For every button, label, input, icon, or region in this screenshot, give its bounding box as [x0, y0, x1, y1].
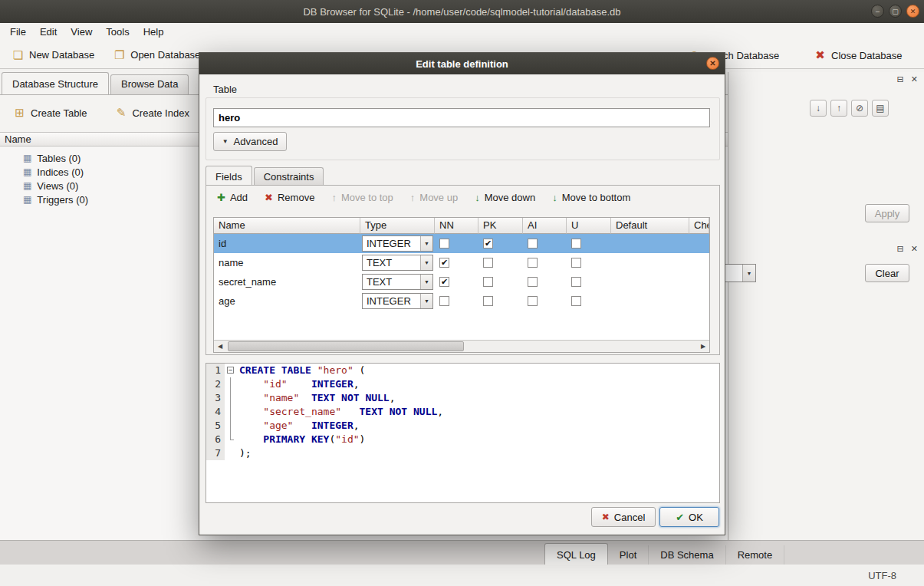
chevron-down-icon: ▼	[420, 275, 432, 289]
nn-checkbox[interactable]: ✔	[439, 277, 449, 287]
export-icon[interactable]: ↑	[830, 100, 847, 117]
scrollbar-thumb[interactable]	[228, 341, 464, 351]
default-cell	[611, 272, 689, 291]
nn-cell	[435, 234, 478, 253]
column-header-pk[interactable]: PK	[478, 218, 523, 234]
dialog-tab-constraints[interactable]: Constraints	[254, 167, 324, 185]
u-checkbox[interactable]	[571, 277, 581, 287]
cancel-button[interactable]: ✖ Cancel	[591, 507, 656, 527]
tab-database-structure[interactable]: Database Structure	[2, 72, 109, 94]
create-index-button[interactable]: ✎Create Index	[107, 102, 196, 123]
dialog-close-icon[interactable]: ✕	[706, 57, 719, 70]
clear-button[interactable]: Clear	[865, 264, 909, 282]
field-name-cell: name	[214, 253, 360, 272]
sql-line: 6 PRIMARY KEY("id")	[206, 433, 719, 446]
scroll-right-icon[interactable]: ▶	[697, 341, 709, 352]
import-icon[interactable]: ↓	[810, 100, 827, 117]
field-row-age[interactable]: ageINTEGER▼	[214, 291, 709, 311]
column-header-u[interactable]: U	[567, 218, 611, 234]
pk-checkbox[interactable]	[483, 258, 493, 268]
u-checkbox[interactable]	[571, 296, 581, 306]
pk-checkbox[interactable]	[483, 277, 493, 287]
apply-button[interactable]: Apply	[865, 204, 909, 222]
type-combobox[interactable]: TEXT▼	[362, 255, 433, 271]
menu-file[interactable]: File	[3, 23, 33, 41]
dock-float-icon[interactable]: ⊟	[897, 244, 904, 254]
ok-button[interactable]: ✔ OK	[659, 507, 719, 527]
nn-cell: ✔	[435, 272, 478, 291]
menu-help[interactable]: Help	[136, 23, 171, 41]
dock-float-icon[interactable]: ⊟	[897, 74, 904, 84]
main-tab-bar: Database StructureBrowse Data	[2, 72, 190, 94]
scrollbar-track[interactable]	[226, 341, 697, 352]
ai-checkbox[interactable]	[528, 277, 538, 287]
type-combobox[interactable]: INTEGER▼	[362, 293, 433, 309]
window-titlebar[interactable]: DB Browser for SQLite - /home/user/code/…	[0, 0, 924, 23]
u-checkbox[interactable]	[571, 239, 581, 249]
u-checkbox[interactable]	[571, 258, 581, 268]
move-to-top-button[interactable]: ↑Move to top	[331, 192, 393, 203]
check-cell	[689, 291, 709, 311]
nn-checkbox[interactable]: ✔	[439, 258, 449, 268]
dialog-tab-bar: FieldsConstraints	[206, 166, 325, 185]
dock-close-icon[interactable]: ✕	[911, 74, 918, 84]
bottom-tab-remote[interactable]: Remote	[726, 545, 785, 565]
dock-close-icon[interactable]: ✕	[911, 244, 918, 254]
ai-checkbox[interactable]	[528, 258, 538, 268]
column-header-name[interactable]: Name	[214, 218, 360, 234]
close-icon[interactable]: ✕	[906, 5, 919, 18]
column-header-check[interactable]: Check	[689, 218, 709, 234]
type-combobox[interactable]: TEXT▼	[362, 274, 433, 290]
toolbar-new-database[interactable]: ❏New Database	[5, 44, 101, 66]
column-header-ai[interactable]: AI	[523, 218, 567, 234]
minimize-icon[interactable]: –	[871, 5, 884, 18]
tab-browse-data[interactable]: Browse Data	[110, 74, 189, 94]
dialog-titlebar[interactable]: Edit table definition ✕	[199, 53, 725, 74]
bottom-tab-plot[interactable]: Plot	[608, 545, 649, 565]
column-header-default[interactable]: Default	[611, 218, 689, 234]
pk-checkbox[interactable]: ✔	[483, 239, 493, 249]
create-table-button[interactable]: ⊞Create Table	[6, 102, 94, 123]
views-icon: ▦	[23, 180, 31, 191]
line-number: 6	[206, 433, 225, 446]
ai-checkbox[interactable]	[528, 239, 538, 249]
ai-cell	[523, 253, 567, 272]
add-button[interactable]: ✚Add	[217, 192, 248, 203]
bottom-tab-sql-log[interactable]: SQL Log	[544, 543, 608, 565]
column-header-type[interactable]: Type	[360, 218, 435, 234]
print-icon[interactable]: ▤	[872, 100, 889, 117]
chevron-down-icon: ▼	[420, 255, 432, 270]
bottom-tab-db-schema[interactable]: DB Schema	[649, 545, 725, 565]
menu-view[interactable]: View	[64, 23, 99, 41]
dialog-title: Edit table definition	[416, 58, 508, 70]
scroll-left-icon[interactable]: ◀	[214, 341, 226, 352]
line-number: 5	[206, 419, 225, 433]
set-null-icon[interactable]: ⊘	[851, 100, 868, 117]
column-header-nn[interactable]: NN	[435, 218, 478, 234]
dialog-tab-fields[interactable]: Fields	[206, 166, 252, 185]
toolbar-open-database[interactable]: ❐Open Database	[106, 44, 207, 66]
move-up-button[interactable]: ↑Move up	[410, 192, 458, 203]
menu-tools[interactable]: Tools	[99, 23, 136, 41]
window-title: DB Browser for SQLite - /home/user/code/…	[303, 6, 620, 18]
grid-hscrollbar[interactable]: ◀ ▶	[214, 340, 709, 352]
move-down-button[interactable]: ↓Move down	[475, 192, 535, 203]
field-row-name[interactable]: nameTEXT▼✔	[214, 253, 709, 272]
fold-collapse-icon[interactable]: −	[227, 367, 234, 374]
table-name-input[interactable]	[213, 108, 710, 127]
ai-checkbox[interactable]	[528, 296, 538, 306]
field-row-id[interactable]: idINTEGER▼✔	[214, 234, 709, 253]
type-combobox[interactable]: INTEGER▼	[362, 235, 433, 252]
remove-button[interactable]: ✖Remove	[265, 192, 314, 203]
move-down-icon: ↓	[475, 192, 480, 203]
field-name-cell: id	[214, 234, 360, 253]
nn-checkbox[interactable]	[439, 239, 449, 249]
maximize-icon[interactable]: ▢	[889, 5, 902, 18]
advanced-toggle[interactable]: ▼ Advanced	[213, 132, 287, 151]
menu-edit[interactable]: Edit	[33, 23, 64, 41]
pk-checkbox[interactable]	[483, 296, 493, 306]
toolbar-close-database[interactable]: ✖Close Database	[807, 44, 909, 66]
nn-checkbox[interactable]	[439, 296, 449, 306]
field-row-secret-name[interactable]: secret_nameTEXT▼✔	[214, 272, 709, 291]
move-to-bottom-button[interactable]: ↓Move to bottom	[552, 192, 630, 203]
